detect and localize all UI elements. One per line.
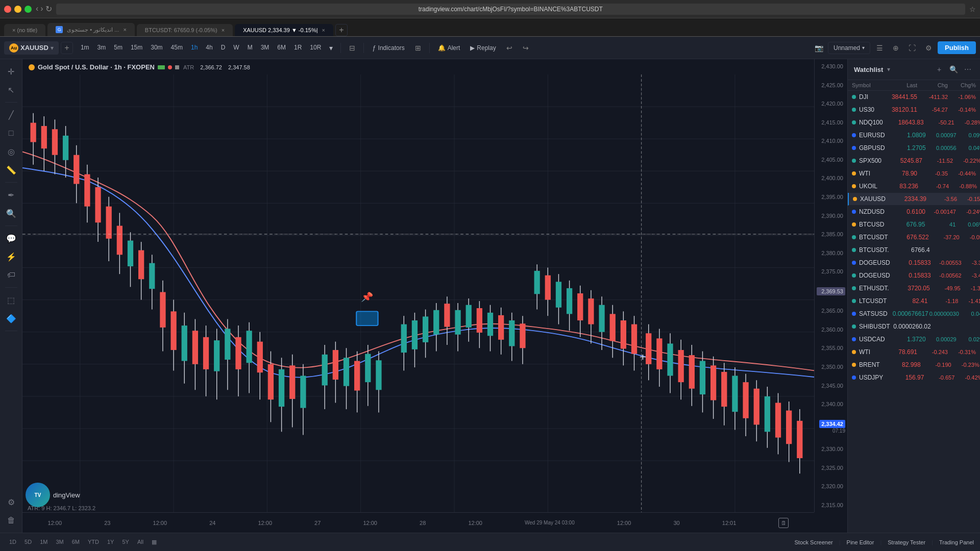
watchlist-row-1[interactable]: US30 38120.11 -54.27 -0.14% [848, 104, 980, 116]
tf-3m[interactable]: 3m [94, 42, 110, 54]
price-label-tool[interactable]: 🏷 [3, 267, 19, 283]
tf-10r[interactable]: 10R [306, 42, 325, 54]
watchlist-chevron[interactable]: ▾ [887, 66, 890, 73]
tf-15m[interactable]: 15m [127, 42, 146, 54]
drawing-tool[interactable]: □ [3, 125, 19, 141]
trend-line-tool[interactable]: ╱ [3, 107, 19, 123]
patterns-tool[interactable]: 🔷 [3, 310, 19, 327]
strategy-tester-link[interactable]: Strategy Tester [888, 539, 925, 545]
minimize-button[interactable] [14, 6, 21, 13]
btf-3m[interactable]: 3M [53, 538, 66, 546]
watchlist-toggle[interactable]: ☰ [872, 41, 887, 55]
watchlist-row-5[interactable]: SPX500 5245.87 -11.52 -0.22% [848, 155, 980, 167]
reload-button[interactable]: ↻ [45, 4, 52, 14]
watchlist-row-4[interactable]: GBPUSD 1.2705 0.00056 0.04% [848, 142, 980, 155]
new-tab-button[interactable]: + [335, 24, 348, 36]
publish-button[interactable]: Publish [938, 41, 976, 54]
annotation-tool[interactable]: 💬 [3, 230, 19, 246]
btf-ytd[interactable]: YTD [85, 538, 102, 546]
chart-area[interactable]: Gold Spot / U.S. Dollar · 1h · FXOPEN AT… [22, 59, 847, 533]
watchlist-row-18[interactable]: SHIBUSDT 0.0000260.02 [848, 320, 980, 333]
watchlist-row-7[interactable]: UKOIL 83.236 -0.74 -0.88% [848, 180, 980, 193]
watchlist-add-button[interactable]: + [933, 63, 945, 76]
magnify-tool[interactable]: 🔍 [3, 205, 19, 221]
tab-0[interactable]: × (no title) [4, 24, 45, 36]
forward-button[interactable]: › [40, 4, 43, 14]
btf-1m[interactable]: 1M [37, 538, 51, 546]
watchlist-row-15[interactable]: ETHUSDT. 3720.05 -49.95 -1.32% [848, 282, 980, 295]
btf-6m[interactable]: 6M [69, 538, 83, 546]
tab-1-close[interactable]: × [123, 27, 126, 33]
watchlist-search-button[interactable]: 🔍 [947, 63, 960, 76]
close-button[interactable] [4, 6, 11, 13]
tab-3-close[interactable]: × [322, 27, 325, 33]
cursor-tool[interactable]: ↖ [3, 82, 19, 98]
unnamed-button[interactable]: Unnamed ▾ [828, 42, 870, 54]
tab-2-close[interactable]: × [222, 27, 225, 33]
watchlist-row-21[interactable]: BRENT 82.998 -0.190 -0.23% [848, 359, 980, 371]
watchlist-row-10[interactable]: BTCUSD 676.95 41 0.06% [848, 218, 980, 231]
pine-editor-link[interactable]: Pine Editor [847, 539, 874, 545]
chart-type-button[interactable]: ⊟ [345, 41, 359, 55]
back-button[interactable]: ‹ [36, 4, 38, 14]
pen-tool[interactable]: ✒ [3, 187, 19, 203]
watchlist-row-13[interactable]: DOGEUSD 0.15833 -0.00553 -3.37% [848, 257, 980, 269]
redo-button[interactable]: ↪ [519, 41, 533, 55]
url-bar[interactable]: tradingview.com/chart/cMbjOsFI/?symbol=B… [56, 4, 965, 15]
fullscreen-button[interactable]: ⛶ [905, 41, 919, 55]
tf-45m[interactable]: 45m [167, 42, 186, 54]
tf-w[interactable]: W [230, 42, 242, 54]
watchlist-row-19[interactable]: USDCAD 1.3720 0.00029 0.02% [848, 333, 980, 346]
watchlist-row-8[interactable]: XAUUSD 2334.39 -3.56 -0.15% [848, 193, 980, 206]
chart-svg[interactable]: + 📌 [22, 74, 814, 512]
time-calendar-button[interactable]: 🗓 [778, 518, 789, 528]
tf-1m[interactable]: 1m [77, 42, 93, 54]
emoji-tool[interactable]: ⚡ [3, 248, 19, 265]
watchlist-row-6[interactable]: WTI 78.90 -0.35 -0.44% [848, 167, 980, 180]
symbol-selector[interactable]: Au XAUUSD ▾ [4, 41, 59, 55]
btf-5y[interactable]: 5Y [119, 538, 132, 546]
bookmark-button[interactable]: ☆ [969, 5, 976, 13]
tab-3-active[interactable]: XAUUSD 2,334.39 ▼ -0.15%| × [235, 24, 333, 36]
stock-screener-link[interactable]: Stock Screener [795, 539, 833, 545]
tf-more[interactable]: ▾ [326, 42, 336, 54]
watchlist-row-0[interactable]: DJI 38441.55 -411.32 -1.06% [848, 91, 980, 104]
layout-button[interactable]: ⊞ [411, 41, 425, 55]
alert-button[interactable]: 🔔 Alert [434, 42, 464, 54]
measure-tool[interactable]: ⬚ [3, 292, 19, 308]
watchlist-row-2[interactable]: NDQ100 18643.83 -50.21 -0.28% [848, 116, 980, 129]
watchlist-row-12[interactable]: BTCUSDT. 6766.4 [848, 244, 980, 257]
tf-1h[interactable]: 1h [187, 42, 201, 54]
watchlist-row-22[interactable]: USDJPY 156.97 -0.657 -0.42% [848, 371, 980, 384]
indicators-button[interactable]: ƒ Indicators [368, 42, 408, 54]
tf-d[interactable]: D [217, 42, 229, 54]
watchlist-row-3[interactable]: EURUSD 1.0809 0.00097 0.09% [848, 129, 980, 142]
maximize-button[interactable] [24, 6, 32, 13]
crosshair-button[interactable]: ⊕ [889, 41, 903, 55]
tf-30m[interactable]: 30m [147, 42, 166, 54]
delete-drawing[interactable]: 🗑 [3, 512, 19, 529]
tf-5m[interactable]: 5m [110, 42, 126, 54]
btf-5d[interactable]: 5D [21, 538, 35, 546]
watchlist-row-9[interactable]: NZDUSD 0.6100 -0.00147 -0.24% [848, 206, 980, 218]
btf-range-icon[interactable]: ▦ [149, 538, 160, 546]
undo-button[interactable]: ↩ [502, 41, 517, 55]
btf-1d[interactable]: 1D [6, 538, 19, 546]
ruler-tool[interactable]: 📏 [3, 162, 19, 178]
circle-tool[interactable]: ◎ [3, 143, 19, 160]
manage-layouts[interactable]: ⚙ [3, 494, 19, 510]
tab-2[interactable]: BTCUSDT: 67650.9 (-0.05%) × [137, 24, 233, 36]
watchlist-more-button[interactable]: ⋯ [962, 63, 974, 76]
watchlist-row-20[interactable]: WTI 78.691 -0.243 -0.31% [848, 346, 980, 359]
camera-button[interactable]: 📷 [812, 41, 826, 55]
crosshair-tool[interactable]: ✛ [3, 63, 19, 80]
trading-panel-link[interactable]: Trading Panel [939, 539, 974, 545]
tf-6m[interactable]: 6M [274, 42, 289, 54]
add-symbol-button[interactable]: + [61, 42, 73, 54]
btf-all[interactable]: All [134, 538, 146, 546]
watchlist-row-17[interactable]: SATSUSD 0.000676617 0.00000030 0.04% [848, 308, 980, 320]
watchlist-row-11[interactable]: BTCUSDT 676.522 -37.20 -0.05% [848, 231, 980, 244]
tf-1r[interactable]: 1R [290, 42, 305, 54]
tab-1[interactable]: G اندیکاتور • جستجوی ... × [47, 23, 135, 36]
btf-1y[interactable]: 1Y [104, 538, 117, 546]
